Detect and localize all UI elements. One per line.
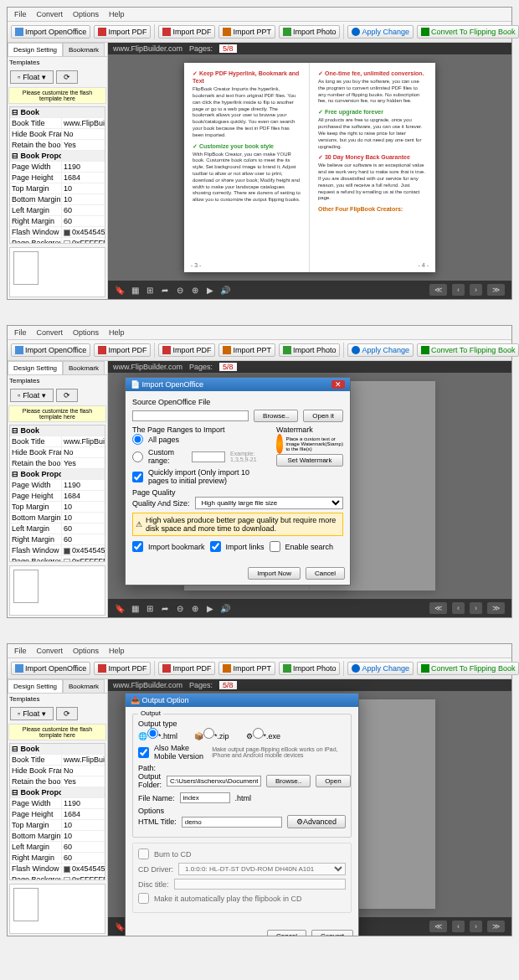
mobile-version-checkbox[interactable] (138, 747, 149, 758)
property-row[interactable]: ⊟ Book (10, 744, 105, 755)
output-folder-input[interactable] (167, 776, 261, 787)
open-folder-button[interactable]: Open (316, 775, 351, 787)
property-row[interactable]: Retain the book to centerYes (10, 776, 105, 787)
cancel-button[interactable]: Cancel (306, 567, 345, 580)
range-input[interactable] (192, 451, 225, 462)
property-row[interactable]: Left Margin60 (10, 524, 105, 534)
menu-options[interactable]: Options (73, 10, 99, 18)
advanced-button[interactable]: ⚙Advanced (287, 815, 346, 828)
output-html-radio[interactable] (147, 728, 158, 739)
property-row[interactable]: Hide Book Frame BarNo (10, 447, 105, 458)
property-row[interactable]: Flash Window Color0x454545 (10, 545, 105, 556)
property-row[interactable]: Retain the book to centerYes (10, 458, 105, 469)
thumbnail-page[interactable] (13, 251, 39, 285)
property-row[interactable]: ⊟ Book Proportions (10, 469, 105, 480)
template-float-button[interactable]: ▫Float▾ (10, 70, 54, 84)
property-row[interactable]: Left Margin60 (10, 205, 105, 216)
book-page-left[interactable]: ✓ Keep PDF Hyperlink, Bookmark and Text … (184, 63, 310, 272)
set-watermark-button[interactable]: Set Watermark (276, 454, 343, 467)
zoom-in-icon[interactable]: ⊕ (190, 285, 200, 295)
property-row[interactable]: Page Width1190 (10, 480, 105, 491)
property-row[interactable]: Page Width1190 (10, 162, 105, 173)
disc-title-input[interactable] (174, 879, 346, 890)
property-row[interactable]: ⊟ Book Proportions (10, 151, 105, 162)
cancel-output-button[interactable]: Cancel (267, 930, 306, 936)
property-row[interactable]: Page Background Color0xFFFFFF (10, 874, 105, 880)
property-row[interactable]: Top Margin10 (10, 183, 105, 194)
property-row[interactable]: Flash Window Color0x454545 (10, 864, 105, 874)
property-row[interactable]: Right Margin60 (10, 853, 105, 864)
import-ppt-button[interactable]: Import PPT (218, 25, 275, 39)
property-row[interactable]: Book Titlewww.FlipBuil... (10, 118, 105, 129)
burn-cd-checkbox[interactable] (138, 848, 149, 859)
prev-page-button[interactable]: ‹ (452, 284, 465, 296)
zoom-out-icon[interactable]: ⊖ (175, 285, 185, 295)
convert-button[interactable]: Convert To Flipping Book (417, 25, 519, 39)
thumbs-icon[interactable]: ⊞ (145, 285, 155, 295)
property-row[interactable]: Book Titlewww.FlipBuil... (10, 755, 105, 766)
browse-button[interactable]: Browse.. (254, 410, 298, 422)
book-page-right[interactable]: ✓ One-time fee, unlimited conversion. As… (310, 63, 435, 272)
all-pages-radio[interactable] (132, 434, 143, 445)
custom-range-radio[interactable] (132, 451, 143, 462)
enable-search-checkbox[interactable] (270, 541, 280, 552)
tab-bookmark[interactable]: Bookmark (63, 43, 105, 56)
cd-driver-select[interactable]: 1.0:0:0: HL-DT-ST DVD-ROM DH40N A101 (178, 863, 346, 875)
menu-convert[interactable]: Convert (37, 10, 64, 18)
html-title-input[interactable] (182, 817, 282, 828)
property-row[interactable]: Page Height1684 (10, 173, 105, 183)
property-row[interactable]: Hide Book Frame BarNo (10, 129, 105, 140)
source-file-input[interactable] (132, 410, 249, 421)
convert-output-button[interactable]: Convert (311, 930, 353, 936)
sound-icon[interactable]: 🔊 (220, 285, 230, 295)
output-zip-radio[interactable] (203, 728, 214, 739)
quick-import-checkbox[interactable] (132, 472, 143, 482)
property-row[interactable]: Page Height1684 (10, 809, 105, 820)
first-page-button[interactable]: ≪ (429, 284, 447, 296)
property-row[interactable]: Left Margin60 (10, 842, 105, 853)
property-row[interactable]: Bottom Margin10 (10, 513, 105, 524)
browse-folder-button[interactable]: Browse.. (266, 775, 311, 787)
property-row[interactable]: Page Background Color0xFFFFFF (10, 556, 105, 562)
property-row[interactable]: Book Titlewww.FlipBuil... (10, 436, 105, 447)
import-bookmark-checkbox[interactable] (132, 541, 143, 552)
bookmark-icon[interactable]: 🔖 (115, 285, 125, 295)
property-row[interactable]: Page Width1190 (10, 798, 105, 809)
property-row[interactable]: Bottom Margin10 (10, 194, 105, 205)
import-links-checkbox[interactable] (210, 541, 221, 552)
property-row[interactable]: ⊟ Book (10, 426, 105, 436)
filename-input[interactable] (180, 792, 230, 803)
property-row[interactable]: Right Margin60 (10, 216, 105, 227)
property-row[interactable]: ⊟ Book (10, 107, 105, 118)
customize-banner[interactable]: Please customize the flash template here (8, 87, 106, 104)
property-row[interactable]: Bottom Margin10 (10, 831, 105, 842)
open-button[interactable]: Open it (303, 410, 343, 422)
last-page-button[interactable]: ≫ (487, 284, 505, 296)
property-row[interactable]: Right Margin60 (10, 534, 105, 545)
import-openoffice-button[interactable]: Import OpenOffice (11, 25, 90, 39)
template-reload-button[interactable]: ⟳ (56, 70, 78, 84)
next-page-button[interactable]: › (470, 284, 482, 296)
grid-icon[interactable]: ▦ (130, 285, 140, 295)
import-photo-button[interactable]: Import Photo (279, 25, 341, 39)
menu-file[interactable]: File (14, 10, 27, 18)
property-row[interactable]: Hide Book Frame BarNo (10, 766, 105, 776)
quality-select[interactable]: High quality large file size (195, 497, 343, 509)
property-row[interactable]: Top Margin10 (10, 820, 105, 831)
page-indicator[interactable]: 5/8 (219, 44, 237, 53)
autoplay-icon[interactable]: ▶ (205, 285, 215, 295)
property-row[interactable]: Page Height1684 (10, 491, 105, 502)
property-row[interactable]: Top Margin10 (10, 502, 105, 513)
tab-design-setting[interactable]: Design Setting (8, 43, 63, 56)
share-icon[interactable]: ➦ (160, 285, 170, 295)
property-row[interactable]: Flash Window Color0x454545 (10, 227, 105, 238)
property-row[interactable]: Retain the book to centerYes (10, 140, 105, 151)
autoplay-cd-checkbox[interactable] (138, 893, 149, 904)
output-exe-radio[interactable] (253, 728, 264, 739)
close-button[interactable]: ✕ (331, 380, 345, 389)
property-row[interactable]: ⊟ Book Proportions (10, 787, 105, 798)
property-row[interactable]: Page Background Color0xFFFFFF (10, 238, 105, 244)
import-pdf-button[interactable]: Import PDF (94, 25, 151, 39)
menu-help[interactable]: Help (109, 10, 125, 18)
import-doc-button[interactable]: Import PDF (158, 25, 215, 39)
